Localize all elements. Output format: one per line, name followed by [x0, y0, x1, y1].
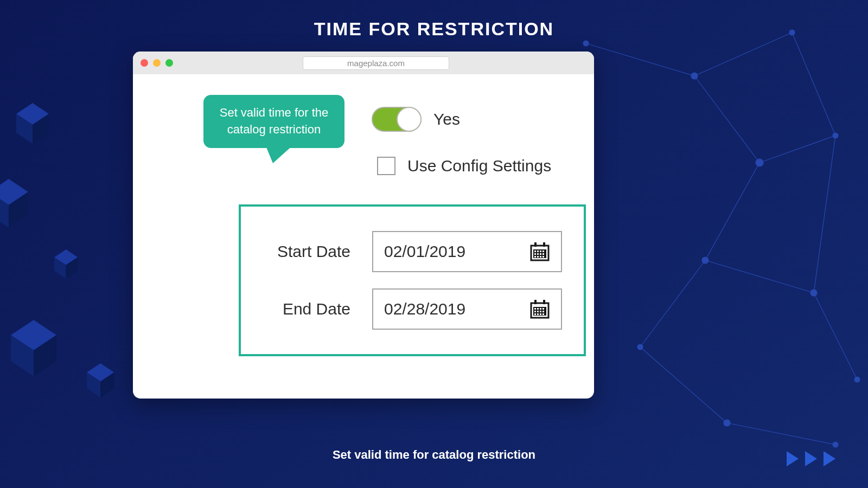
- svg-marker-30: [54, 257, 66, 279]
- toggle-knob: [397, 107, 422, 132]
- svg-marker-32: [11, 320, 56, 350]
- svg-marker-26: [0, 179, 28, 205]
- svg-rect-42: [534, 251, 536, 252]
- svg-point-22: [833, 442, 838, 447]
- svg-line-9: [727, 423, 835, 445]
- svg-line-4: [705, 163, 760, 260]
- svg-point-15: [756, 159, 763, 166]
- tooltip-bubble: Set valid time for the catalog restricti…: [203, 95, 344, 148]
- enable-toggle-row: Yes: [372, 107, 460, 132]
- start-date-value: 02/01/2019: [384, 242, 465, 261]
- svg-rect-66: [534, 313, 536, 315]
- svg-marker-31: [66, 257, 78, 279]
- svg-rect-51: [537, 256, 539, 258]
- svg-rect-58: [534, 308, 536, 310]
- svg-line-0: [586, 43, 694, 76]
- svg-marker-28: [9, 192, 28, 228]
- use-config-label: Use Config Settings: [407, 157, 551, 175]
- end-date-label: End Date: [258, 300, 350, 318]
- enable-toggle[interactable]: [372, 107, 422, 132]
- svg-line-11: [814, 136, 835, 293]
- svg-line-6: [814, 293, 857, 380]
- svg-rect-67: [537, 313, 539, 315]
- svg-rect-39: [534, 242, 537, 247]
- svg-rect-45: [542, 251, 544, 252]
- svg-point-12: [583, 41, 589, 46]
- address-bar[interactable]: mageplaza.com: [303, 56, 449, 70]
- date-range-box: Start Date 02/01/2019: [239, 204, 586, 356]
- svg-marker-25: [33, 114, 49, 144]
- svg-marker-33: [11, 335, 34, 376]
- tooltip-tail: [265, 145, 293, 163]
- svg-point-21: [724, 420, 730, 426]
- svg-rect-53: [542, 256, 544, 258]
- svg-rect-46: [534, 253, 536, 255]
- cubes-graphic: [0, 70, 152, 418]
- svg-rect-44: [540, 251, 541, 252]
- end-date-row: End Date 02/28/2019: [258, 288, 566, 330]
- svg-rect-65: [542, 311, 544, 312]
- svg-rect-47: [537, 253, 539, 255]
- end-date-input[interactable]: 02/28/2019: [372, 288, 562, 330]
- use-config-row: Use Config Settings: [377, 157, 551, 175]
- svg-point-19: [854, 377, 860, 382]
- svg-marker-23: [16, 103, 49, 125]
- svg-line-7: [640, 260, 705, 347]
- svg-line-5: [705, 260, 814, 293]
- browser-content: Set valid time for the catalog restricti…: [133, 74, 594, 399]
- svg-rect-56: [543, 300, 545, 304]
- calendar-icon[interactable]: [529, 242, 550, 261]
- svg-rect-43: [537, 251, 539, 252]
- window-maximize-dot[interactable]: [165, 59, 173, 67]
- svg-rect-52: [540, 256, 541, 258]
- use-config-checkbox[interactable]: [377, 157, 395, 175]
- svg-marker-36: [87, 373, 100, 397]
- svg-point-17: [702, 257, 709, 264]
- svg-rect-63: [537, 311, 539, 312]
- svg-rect-48: [540, 253, 541, 255]
- svg-marker-34: [34, 335, 56, 376]
- start-date-label: Start Date: [258, 242, 350, 261]
- start-date-input[interactable]: 02/01/2019: [372, 231, 562, 272]
- svg-marker-27: [0, 192, 9, 228]
- svg-rect-59: [537, 308, 539, 310]
- svg-line-8: [640, 347, 727, 423]
- svg-rect-64: [540, 311, 541, 312]
- svg-rect-50: [534, 256, 536, 258]
- svg-rect-62: [534, 311, 536, 312]
- svg-line-3: [760, 136, 835, 163]
- browser-window: mageplaza.com Set valid time for the cat…: [133, 52, 594, 399]
- svg-marker-35: [87, 363, 114, 382]
- svg-point-18: [810, 290, 817, 296]
- svg-rect-49: [542, 253, 544, 255]
- svg-point-20: [637, 344, 643, 350]
- calendar-icon[interactable]: [529, 299, 550, 319]
- svg-rect-60: [540, 308, 541, 310]
- enable-toggle-label: Yes: [433, 110, 460, 129]
- svg-point-13: [691, 73, 698, 79]
- tooltip-text: Set valid time for the catalog restricti…: [220, 106, 329, 136]
- svg-rect-68: [540, 313, 541, 315]
- end-date-value: 02/28/2019: [384, 300, 465, 318]
- start-date-row: Start Date 02/01/2019: [258, 231, 566, 272]
- page-title: TIME FOR RESTRICTION: [0, 0, 868, 40]
- svg-line-2: [694, 76, 760, 163]
- svg-marker-24: [16, 114, 33, 144]
- window-minimize-dot[interactable]: [153, 59, 161, 67]
- svg-point-16: [833, 133, 838, 138]
- svg-marker-29: [54, 249, 78, 265]
- svg-rect-69: [542, 313, 544, 315]
- svg-marker-37: [100, 373, 114, 397]
- svg-rect-40: [543, 242, 545, 247]
- svg-line-10: [792, 33, 835, 136]
- svg-rect-61: [542, 308, 544, 310]
- browser-chrome: mageplaza.com: [133, 52, 594, 74]
- window-close-dot[interactable]: [141, 59, 148, 67]
- svg-rect-55: [534, 300, 537, 304]
- page-subcaption: Set valid time for catalog restriction: [0, 448, 868, 462]
